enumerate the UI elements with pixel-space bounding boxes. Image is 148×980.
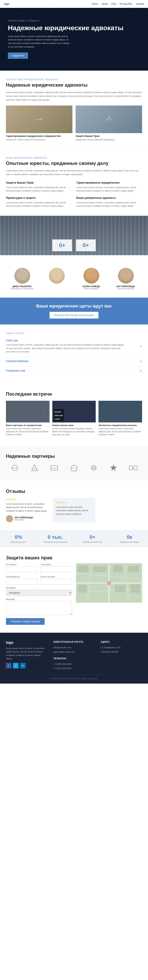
footer-col-email: Электронная Почта info@yoursite.com supp… — [53, 641, 95, 671]
card1-image — [6, 105, 72, 133]
col2-title: Гарантированное юридическое — [76, 181, 142, 184]
nav-logo[interactable]: logo — [4, 2, 9, 5]
testimonial-2: ★★★★★ Lorem ipsum dolor sit amet, consec… — [53, 498, 95, 522]
col2-text: Lorem ipsum dolor sit amet, consectetur … — [76, 186, 142, 192]
testimonial-1: ★★★★★ Lorem ipsum dolor sit amet, consec… — [6, 498, 49, 522]
nav-link-contact[interactable]: Contact — [136, 3, 144, 5]
map-container — [76, 563, 142, 603]
news-item-2: MARCHFOR OURLIVES Защита ваших прав Ut e… — [52, 401, 96, 438]
hero-cta-button[interactable]: Подробнее — [8, 52, 28, 59]
author-name-1: НАТ РЕЙНОЛЬДС — [14, 516, 33, 519]
building-image: 0+ 0+ — [0, 216, 148, 255]
social-in[interactable]: in — [20, 663, 25, 668]
nav-link-about[interactable]: About — [102, 3, 108, 5]
message-input[interactable] — [6, 601, 72, 615]
footer: logo Lorem ipsum dolor sit amet, consect… — [0, 633, 148, 684]
navigation: logo Home About FAQ Pricing Plan Contact — [0, 0, 148, 8]
news-title-2: Защита ваших прав — [52, 424, 96, 426]
lawyers-text: Lorem ipsum dolor sit amet, consectetur … — [6, 169, 142, 176]
card1-caption: Sample text. Click to select the Text El… — [6, 138, 72, 141]
footer-address-2: г. Москва, 000000 — [101, 650, 142, 654]
svg-point-5 — [106, 119, 108, 120]
stat-1: 0% Выигранных дел — [0, 530, 37, 547]
expert-title: Надежные юридические адвокаты — [6, 82, 142, 88]
hero-subtitle: ПРАВОСУДИЕ И ЗАЩИТА — [8, 20, 140, 22]
nav-link-faq[interactable]: FAQ — [111, 3, 116, 5]
contact-title: Защита ваших прав — [6, 555, 142, 560]
footer-brand: logo Lorem ipsum dolor sit amet, consect… — [6, 641, 47, 671]
stat-label-4: Юридических победы — [115, 541, 144, 543]
partner-6 — [108, 463, 119, 473]
svg-marker-9 — [32, 465, 38, 471]
first-name-input[interactable] — [6, 566, 38, 572]
col1-sub-text: Lorem ipsum dolor sit amet, consectetur … — [6, 201, 72, 208]
news-image-1 — [6, 401, 49, 422]
testimonial-text-2: Lorem ipsum dolor sit amet, consectetur … — [56, 506, 92, 516]
stat-num-3: 0+ — [78, 534, 107, 540]
footer-email-1: info@yoursite.com — [53, 645, 95, 650]
team-photo-1 — [14, 268, 30, 283]
last-name-label: Last Name — [41, 563, 72, 566]
counter-2: 0+ — [76, 239, 96, 251]
news-title-3: Экспертные юридические решения — [99, 424, 142, 426]
nav-link-home[interactable]: Home — [92, 3, 98, 5]
testimonial-stars-2: ★★★★★ — [56, 501, 92, 504]
phone-label: Phone Number — [41, 576, 72, 578]
navigation-select[interactable]: Navigation — [6, 590, 72, 596]
svg-marker-18 — [110, 464, 117, 471]
svg-rect-20 — [134, 466, 137, 470]
service-item-3[interactable]: Corporate Law ∨ — [6, 366, 142, 375]
col2-sub-title: Ваши доверенные адвокаты — [76, 196, 142, 199]
stat-4: 0к Юридических победы — [111, 530, 148, 547]
stat-num-4: 0к — [115, 534, 144, 540]
svg-rect-35 — [130, 584, 140, 592]
team-photo-2 — [49, 268, 65, 283]
svg-point-6 — [110, 119, 112, 120]
testimonials-section: Отзывы ★★★★★ Lorem ipsum dolor sit amet,… — [0, 480, 148, 530]
svg-rect-30 — [94, 566, 106, 572]
first-name-label: First Name — [6, 563, 38, 566]
author-role-1: Менеджер — [14, 519, 33, 521]
nav-link-pricing[interactable]: Pricing Plan — [120, 3, 132, 5]
copyright-text: © 2024 Юридическая фирма. Все права защи… — [50, 678, 98, 679]
stat-label-2: Положительных решений — [41, 541, 70, 543]
expert-text: Lorem ipsum dolor sit amet, consectetur … — [6, 91, 142, 102]
footer-address-1: ул. Примерная, 123 — [101, 645, 142, 650]
service-item-2[interactable]: Criminal Defense ∨ — [6, 356, 142, 366]
svg-text:✦: ✦ — [133, 467, 134, 469]
chevron-icon-3: ∨ — [140, 369, 142, 372]
service-item-1[interactable]: Civil Law Lorem ipsum dolor sit amet, co… — [6, 336, 142, 356]
social-tw[interactable]: t — [13, 663, 19, 668]
expert-section: ЭКСПЕРТНЫЕ ЮРИДИЧЕСКИЕ РЕШЕНИЯ Надежные … — [0, 71, 148, 149]
submit-button[interactable]: Отправить форму запроса — [6, 618, 45, 625]
social-fb[interactable]: f — [6, 663, 11, 668]
message-label: Message — [6, 598, 72, 600]
email-input[interactable] — [6, 579, 38, 585]
svg-rect-19 — [129, 466, 132, 470]
footer-desc: Lorem ipsum dolor sit amet, consectetur … — [6, 647, 47, 660]
footer-phone-1: +7 (000) 000-0000 — [53, 662, 95, 666]
svg-rect-0 — [36, 119, 42, 120]
phone-input[interactable] — [41, 579, 72, 585]
expert-card-1: Гарантированное юридическое совершенство… — [6, 105, 72, 141]
news-item-1: Ваши партнеры по юридическим Lorem ipsum… — [6, 401, 49, 438]
testimonial-stars-1: ★★★★★ — [6, 498, 49, 501]
stat-num-2: 0 тыс. — [41, 534, 70, 540]
counter-num-2: 0+ — [81, 242, 91, 248]
team-member-1: ДЖЕК АЛЬФАРЕС Менеджер по продажам — [6, 268, 38, 290]
hero-title: Надежные юридические адвокаты — [8, 24, 140, 32]
footer-email-title: Электронная Почта — [53, 641, 95, 643]
cta-button[interactable]: Получите бесплатную консультацию — [49, 312, 99, 318]
col1-text: Lorem ipsum dolor sit amet, consectetur … — [6, 186, 72, 192]
service-name-3: Corporate Law — [6, 369, 25, 372]
partner-2: CONTACT — [29, 463, 40, 473]
author-photo-1 — [6, 515, 13, 522]
lawyers-col2: Гарантированное юридическое Lorem ipsum … — [76, 181, 142, 208]
news-section: Последние встречи Ваши партнеры по юриди… — [0, 383, 148, 445]
cta-title: Ваши юридические щиты ждут вас — [6, 304, 142, 309]
last-name-input[interactable] — [41, 566, 72, 572]
news-text-3: Lorem ipsum dolor sit amet, consectetur … — [99, 427, 142, 436]
chevron-icon-2: ∨ — [140, 360, 142, 363]
svg-point-37 — [108, 582, 110, 584]
partner-4: CONTACT — [68, 463, 80, 473]
